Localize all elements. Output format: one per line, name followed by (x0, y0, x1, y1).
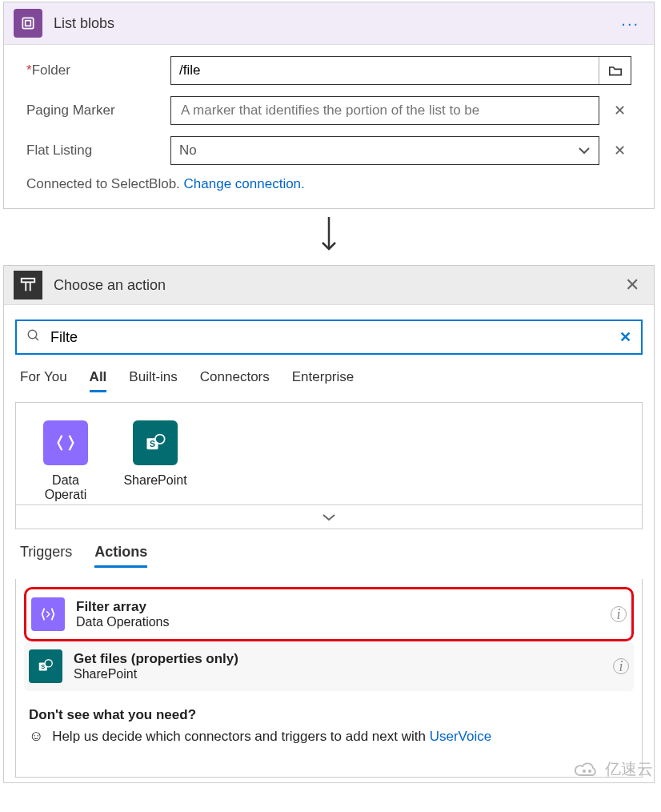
connector-label: Data Operati (34, 473, 98, 501)
action-subtitle: SharePoint (74, 667, 613, 681)
action-filter-array[interactable]: Filter array Data Operations i (24, 587, 634, 641)
list-blobs-body: *Folder Paging Marker ✕ Flat Listing No (4, 45, 654, 208)
folder-input-group (170, 56, 631, 85)
flat-row: Flat Listing No ✕ (26, 136, 631, 165)
category-tabs: For You All Built-ins Connectors Enterpr… (15, 355, 643, 392)
svg-rect-1 (26, 21, 31, 26)
tab-connectors[interactable]: Connectors (200, 369, 270, 392)
svg-point-6 (28, 330, 37, 339)
flat-label: Flat Listing (26, 143, 170, 159)
blob-icon (14, 9, 42, 38)
action-text: Filter array Data Operations (76, 599, 611, 629)
footer-help: Don't see what you need? ☺ Help us decid… (24, 691, 634, 761)
connector-data-operations[interactable]: Data Operati (34, 420, 98, 501)
flow-arrow-icon (3, 209, 655, 265)
choose-header: Choose an action ✕ (4, 266, 654, 305)
card-title: List blobs (54, 15, 616, 32)
folder-input[interactable] (171, 57, 599, 84)
info-icon[interactable]: i (611, 606, 627, 622)
data-operations-icon (43, 420, 88, 465)
action-text: Get files (properties only) SharePoint (74, 651, 613, 681)
action-subtitle: Data Operations (76, 615, 611, 629)
paging-input[interactable] (170, 96, 599, 125)
svg-line-7 (35, 337, 38, 340)
change-connection-link[interactable]: Change connection. (184, 176, 305, 191)
footer-line: ☺ Help us decide which connectors and tr… (29, 728, 629, 745)
footer-text: Help us decide which connectors and trig… (52, 729, 430, 744)
search-input[interactable] (49, 328, 619, 347)
tab-all[interactable]: All (90, 369, 107, 392)
svg-point-9 (155, 435, 165, 444)
search-box[interactable]: ✕ (15, 320, 643, 355)
connection-row: Connected to SelectBlob. Change connecti… (26, 176, 631, 192)
tab-enterprise[interactable]: Enterprise (292, 369, 354, 392)
connector-label: SharePoint (123, 473, 187, 488)
tab-triggers[interactable]: Triggers (20, 544, 72, 568)
action-title: Filter array (76, 599, 611, 615)
flat-clear-icon[interactable]: ✕ (607, 142, 631, 159)
expand-connectors-bar[interactable] (15, 505, 643, 529)
svg-point-12 (45, 660, 52, 667)
watermark: 亿速云 (573, 758, 653, 780)
search-clear-icon[interactable]: ✕ (619, 328, 631, 346)
flat-value: No (179, 143, 197, 159)
connector-grid: Data Operati S SharePoint (15, 402, 643, 505)
sharepoint-action-icon: S (29, 649, 62, 683)
svg-rect-0 (22, 18, 33, 28)
uservoice-link[interactable]: UserVoice (430, 729, 491, 744)
svg-text:S: S (41, 663, 45, 670)
smile-icon: ☺ (29, 728, 43, 744)
action-get-files[interactable]: S Get files (properties only) SharePoint… (24, 641, 634, 691)
flat-select[interactable]: No (170, 136, 599, 165)
tab-actions[interactable]: Actions (94, 544, 147, 568)
footer-question: Don't see what you need? (29, 707, 629, 723)
watermark-text: 亿速云 (605, 758, 653, 780)
list-blobs-header[interactable]: List blobs ··· (4, 2, 654, 45)
trigger-action-tabs: Triggers Actions (15, 529, 643, 568)
paging-text-input[interactable] (179, 102, 591, 119)
tab-for-you[interactable]: For You (20, 369, 67, 392)
svg-point-15 (589, 770, 591, 771)
choose-body: ✕ For You All Built-ins Connectors Enter… (4, 305, 654, 782)
folder-label: *Folder (26, 62, 170, 78)
svg-point-14 (583, 770, 585, 771)
paging-row: Paging Marker ✕ (26, 96, 631, 125)
tab-built-ins[interactable]: Built-ins (129, 369, 177, 392)
choose-title: Choose an action (54, 277, 620, 294)
connection-text: Connected to SelectBlob. (26, 176, 184, 191)
more-menu-icon[interactable]: ··· (616, 14, 644, 33)
search-icon (26, 328, 41, 346)
connector-sharepoint[interactable]: S SharePoint (123, 420, 187, 501)
paging-clear-icon[interactable]: ✕ (607, 102, 631, 119)
action-list: Filter array Data Operations i S Get fil… (15, 579, 643, 778)
list-blobs-card: List blobs ··· *Folder Paging Marker ✕ F… (3, 2, 655, 209)
action-title: Get files (properties only) (74, 651, 613, 667)
svg-text:S: S (150, 439, 155, 448)
choose-action-card: Choose an action ✕ ✕ For You All Built-i… (3, 265, 655, 783)
sharepoint-icon: S (133, 420, 178, 465)
paging-label: Paging Marker (26, 103, 170, 119)
close-icon[interactable]: ✕ (620, 275, 644, 295)
folder-picker-icon[interactable] (599, 57, 631, 84)
folder-row: *Folder (26, 56, 631, 85)
svg-rect-3 (22, 279, 35, 283)
filter-array-icon (31, 597, 65, 631)
cloud-icon (573, 761, 602, 778)
choose-icon (14, 271, 42, 299)
info-icon[interactable]: i (613, 658, 629, 674)
chevron-down-icon (578, 143, 591, 159)
chevron-down-icon (322, 513, 336, 521)
